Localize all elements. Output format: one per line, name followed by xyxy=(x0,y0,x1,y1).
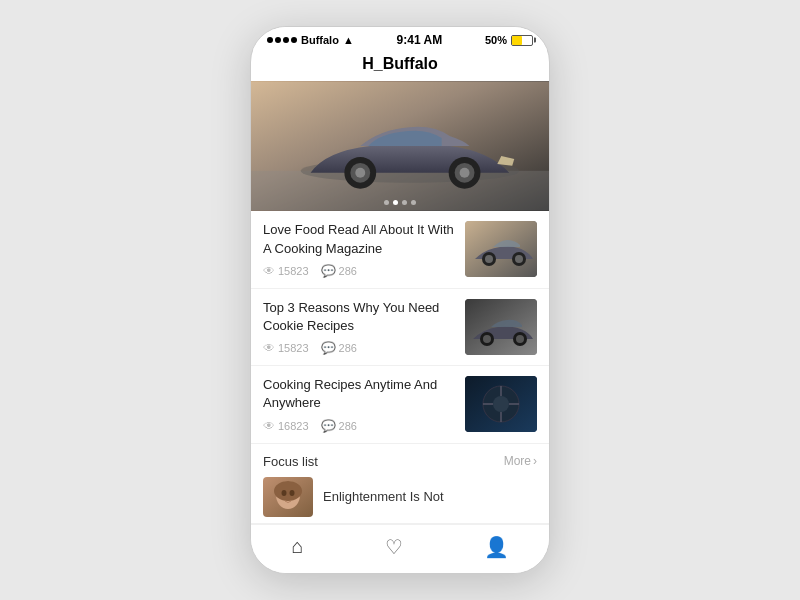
status-bar: Buffalo ▲ 9:41 AM 50% xyxy=(251,27,549,51)
nav-profile[interactable]: 👤 xyxy=(484,535,509,559)
more-label: More xyxy=(504,454,531,468)
article-thumb-1 xyxy=(465,221,537,277)
article-item-1[interactable]: Love Food Read All About It With A Cooki… xyxy=(251,211,549,288)
comments-count-1: 286 xyxy=(339,265,357,277)
svg-point-28 xyxy=(274,481,302,501)
thumb-interior-img xyxy=(465,376,537,432)
heart-icon: ♡ xyxy=(385,535,403,559)
views-count-1: 15823 xyxy=(278,265,309,277)
eye-icon-2: 👁 xyxy=(263,341,275,355)
comment-icon-1: 💬 xyxy=(321,264,336,278)
focus-item[interactable]: Enlightenment Is Not xyxy=(263,477,537,517)
article-title-3: Cooking Recipes Anytime And Anywhere xyxy=(263,376,455,412)
wifi-icon: ▲ xyxy=(343,34,354,46)
signal-dot-1 xyxy=(267,37,273,43)
articles-list: Love Food Read All About It With A Cooki… xyxy=(251,211,549,443)
hero-dot-1 xyxy=(384,200,389,205)
time-display: 9:41 AM xyxy=(397,33,443,47)
bottom-nav: ⌂ ♡ 👤 xyxy=(251,524,549,573)
svg-point-8 xyxy=(460,168,470,178)
focus-title: Enlightenment Is Not xyxy=(323,489,444,504)
signal-dots xyxy=(267,37,297,43)
comments-1: 💬 286 xyxy=(321,264,357,278)
comments-3: 💬 286 xyxy=(321,419,357,433)
svg-point-21 xyxy=(493,396,509,412)
svg-point-18 xyxy=(516,335,524,343)
svg-point-13 xyxy=(515,255,523,263)
comment-icon-3: 💬 xyxy=(321,419,336,433)
article-title-2: Top 3 Reasons Why You Need Cookie Recipe… xyxy=(263,299,455,335)
battery-fill xyxy=(512,36,522,45)
home-icon: ⌂ xyxy=(291,535,303,558)
comments-2: 💬 286 xyxy=(321,341,357,355)
article-thumb-3 xyxy=(465,376,537,432)
article-content-3: Cooking Recipes Anytime And Anywhere 👁 1… xyxy=(263,376,455,432)
comments-count-3: 286 xyxy=(339,420,357,432)
status-right: 50% xyxy=(485,34,533,46)
article-thumb-2 xyxy=(465,299,537,355)
battery-icon xyxy=(511,35,533,46)
article-content-1: Love Food Read All About It With A Cooki… xyxy=(263,221,455,277)
app-title: H_Buffalo xyxy=(251,51,549,81)
svg-point-5 xyxy=(355,168,365,178)
article-meta-3: 👁 16823 💬 286 xyxy=(263,419,455,433)
article-meta-2: 👁 15823 💬 286 xyxy=(263,341,455,355)
eye-icon-1: 👁 xyxy=(263,264,275,278)
chevron-right-icon: › xyxy=(533,454,537,468)
comments-count-2: 286 xyxy=(339,342,357,354)
more-link[interactable]: More › xyxy=(504,454,537,468)
nav-home[interactable]: ⌂ xyxy=(291,535,303,558)
hero-dot-3 xyxy=(402,200,407,205)
signal-dot-4 xyxy=(291,37,297,43)
focus-label: Focus list xyxy=(263,454,318,469)
svg-point-11 xyxy=(485,255,493,263)
profile-icon: 👤 xyxy=(484,535,509,559)
comment-icon-2: 💬 xyxy=(321,341,336,355)
views-3: 👁 16823 xyxy=(263,419,309,433)
focus-header: Focus list More › xyxy=(263,454,537,469)
signal-dot-2 xyxy=(275,37,281,43)
hero-dots xyxy=(384,200,416,205)
phone-frame: Buffalo ▲ 9:41 AM 50% H_Buffalo xyxy=(250,26,550,573)
views-count-2: 15823 xyxy=(278,342,309,354)
hero-car-svg xyxy=(251,81,549,211)
focus-thumb xyxy=(263,477,313,517)
carrier-label: Buffalo xyxy=(301,34,339,46)
article-item-2[interactable]: Top 3 Reasons Why You Need Cookie Recipe… xyxy=(251,289,549,366)
hero-image[interactable] xyxy=(251,81,549,211)
views-1: 👁 15823 xyxy=(263,264,309,278)
svg-point-30 xyxy=(290,490,295,496)
svg-point-29 xyxy=(282,490,287,496)
hero-dot-2 xyxy=(393,200,398,205)
thumb-car2-img xyxy=(465,299,537,355)
thumb-car1-img xyxy=(465,221,537,277)
battery-percentage: 50% xyxy=(485,34,507,46)
article-title-1: Love Food Read All About It With A Cooki… xyxy=(263,221,455,257)
svg-point-16 xyxy=(483,335,491,343)
eye-icon-3: 👁 xyxy=(263,419,275,433)
views-count-3: 16823 xyxy=(278,420,309,432)
article-item-3[interactable]: Cooking Recipes Anytime And Anywhere 👁 1… xyxy=(251,366,549,443)
article-meta-1: 👁 15823 💬 286 xyxy=(263,264,455,278)
article-content-2: Top 3 Reasons Why You Need Cookie Recipe… xyxy=(263,299,455,355)
views-2: 👁 15823 xyxy=(263,341,309,355)
signal-dot-3 xyxy=(283,37,289,43)
status-left: Buffalo ▲ xyxy=(267,34,354,46)
hero-dot-4 xyxy=(411,200,416,205)
nav-favorites[interactable]: ♡ xyxy=(385,535,403,559)
focus-section: Focus list More › xyxy=(251,444,549,524)
